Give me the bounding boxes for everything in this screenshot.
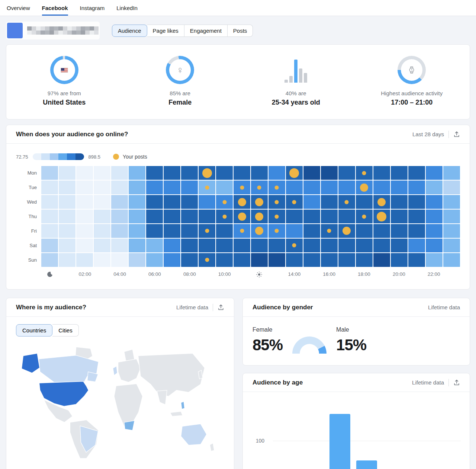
heat-cell[interactable] (181, 166, 198, 180)
post-marker[interactable] (275, 200, 279, 204)
heat-cell[interactable] (338, 253, 355, 267)
heat-cell[interactable] (426, 166, 443, 180)
heat-cell[interactable] (391, 253, 408, 267)
heat-cell[interactable] (76, 181, 93, 194)
post-marker[interactable] (205, 186, 209, 190)
export-button[interactable] (218, 304, 224, 311)
heat-cell[interactable] (164, 253, 180, 267)
heat-cell[interactable] (146, 166, 163, 180)
post-marker[interactable] (342, 227, 351, 235)
heat-cell[interactable] (303, 166, 320, 180)
heat-cell[interactable] (321, 253, 338, 267)
post-marker[interactable] (360, 184, 368, 192)
map-asia[interactable] (138, 353, 205, 396)
heat-cell[interactable] (41, 181, 58, 194)
map-australia[interactable] (181, 424, 207, 445)
geo-toggle-countries[interactable]: Countries (16, 324, 52, 336)
post-marker[interactable] (238, 198, 246, 206)
heat-cell[interactable] (268, 239, 285, 252)
heat-cell[interactable] (129, 253, 145, 267)
export-button[interactable] (453, 379, 460, 386)
heat-cell[interactable] (199, 239, 215, 252)
post-marker[interactable] (327, 229, 331, 233)
heat-cell[interactable] (41, 210, 58, 223)
heat-cell[interactable] (59, 181, 75, 194)
heat-cell[interactable] (76, 253, 93, 267)
post-marker[interactable] (205, 258, 209, 262)
heat-cell[interactable] (408, 195, 425, 209)
heat-cell[interactable] (164, 239, 180, 252)
heat-cell[interactable] (146, 224, 163, 238)
heat-cell[interactable] (303, 210, 320, 223)
post-marker[interactable] (275, 186, 279, 190)
heat-cell[interactable] (408, 253, 425, 267)
heat-cell[interactable] (199, 195, 215, 209)
map-india[interactable] (157, 390, 167, 405)
heat-cell[interactable] (408, 210, 425, 223)
heat-cell[interactable] (303, 181, 320, 194)
heat-cell[interactable] (94, 166, 110, 180)
heat-cell[interactable] (94, 195, 110, 209)
heat-cell[interactable] (426, 253, 443, 267)
heat-cell[interactable] (408, 224, 425, 238)
heat-cell[interactable] (356, 195, 373, 209)
heat-cell[interactable] (164, 166, 180, 180)
heat-cell[interactable] (164, 224, 180, 238)
heat-cell[interactable] (129, 224, 145, 238)
heat-cell[interactable] (111, 195, 128, 209)
heat-cell[interactable] (76, 224, 93, 238)
heat-cell[interactable] (443, 166, 460, 180)
heat-cell[interactable] (443, 253, 460, 267)
heat-cell[interactable] (216, 181, 233, 194)
heat-cell[interactable] (199, 210, 215, 223)
tab-overview[interactable]: Overview (7, 0, 30, 16)
heat-cell[interactable] (443, 181, 460, 194)
heat-cell[interactable] (338, 239, 355, 252)
heat-cell[interactable] (321, 166, 338, 180)
heat-cell[interactable] (59, 239, 75, 252)
heat-cell[interactable] (111, 166, 128, 180)
heat-cell[interactable] (181, 224, 198, 238)
heat-cell[interactable] (41, 224, 58, 238)
map-europe[interactable] (118, 359, 141, 382)
heat-cell[interactable] (391, 181, 408, 194)
heat-cell[interactable] (111, 224, 128, 238)
heat-cell[interactable] (76, 195, 93, 209)
heat-cell[interactable] (391, 166, 408, 180)
post-marker[interactable] (240, 186, 244, 190)
heat-cell[interactable] (129, 210, 145, 223)
heat-cell[interactable] (76, 166, 93, 180)
heat-cell[interactable] (443, 195, 460, 209)
heat-cell[interactable] (251, 166, 268, 180)
heat-cell[interactable] (234, 239, 250, 252)
heat-cell[interactable] (303, 239, 320, 252)
post-marker[interactable] (205, 229, 209, 233)
heat-cell[interactable] (129, 181, 145, 194)
heat-cell[interactable] (111, 239, 128, 252)
heat-cell[interactable] (94, 239, 110, 252)
heat-cell[interactable] (94, 253, 110, 267)
heat-cell[interactable] (94, 224, 110, 238)
post-marker[interactable] (275, 229, 279, 233)
post-marker[interactable] (222, 200, 226, 204)
heat-cell[interactable] (234, 253, 250, 267)
heat-cell[interactable] (303, 195, 320, 209)
post-marker[interactable] (257, 186, 261, 190)
post-marker[interactable] (362, 214, 366, 218)
heat-cell[interactable] (94, 181, 110, 194)
heat-cell[interactable] (426, 239, 443, 252)
heat-cell[interactable] (216, 166, 233, 180)
heat-cell[interactable] (286, 210, 303, 223)
heat-cell[interactable] (268, 166, 285, 180)
heat-cell[interactable] (146, 195, 163, 209)
heat-cell[interactable] (164, 195, 180, 209)
heat-cell[interactable] (321, 210, 338, 223)
heat-cell[interactable] (181, 210, 198, 223)
tab-instagram[interactable]: Instagram (80, 0, 105, 16)
heat-cell[interactable] (426, 195, 443, 209)
heat-cell[interactable] (181, 253, 198, 267)
heat-cell[interactable] (356, 239, 373, 252)
heat-cell[interactable] (391, 195, 408, 209)
post-marker[interactable] (238, 213, 246, 221)
post-marker[interactable] (289, 168, 299, 178)
